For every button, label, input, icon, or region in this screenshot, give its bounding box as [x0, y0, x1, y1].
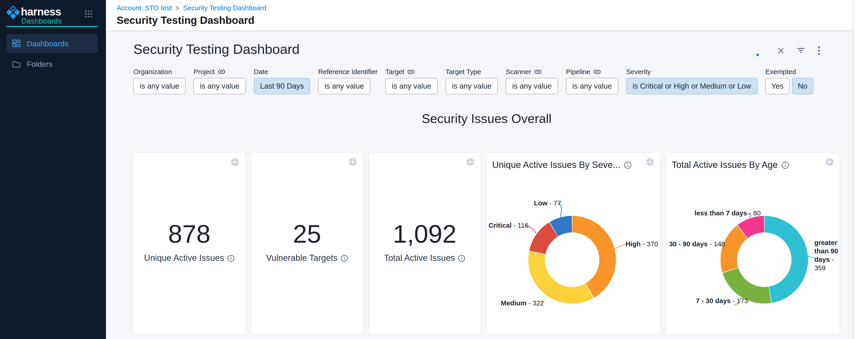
filter-severity-value[interactable]: is Critical or High or Medium or Low [626, 78, 757, 94]
filter-reference-identifier: Reference Identifier is any value [318, 67, 377, 94]
stat-label: Vulnerable Targets [266, 253, 338, 263]
globe-icon[interactable] [349, 158, 357, 166]
stat-value: 25 [251, 219, 363, 249]
filter-date: Date Last 90 Days [254, 67, 310, 94]
exempted-yes-button[interactable]: Yes [766, 78, 789, 94]
dashboards-tiles-icon [12, 39, 21, 48]
pie-label-30-90-days: 30 - 90 days - 146 [669, 240, 725, 248]
tile-unique-active-issues: 878 Unique Active Issues [133, 153, 245, 335]
filter-icon[interactable] [797, 48, 805, 54]
pointer-dot [756, 54, 759, 56]
tile-total-active-issues-by-age: Total Active Issues By Age [666, 153, 840, 335]
filter-target-type-value[interactable]: is any value [445, 78, 498, 94]
filter-label: Exempted [766, 68, 796, 76]
pie-label-7-30-days: 7 - 30 days - 173 [696, 296, 748, 305]
sidebar-item-folders[interactable]: Folders [6, 55, 98, 74]
section-title: Security Issues Overall [133, 111, 840, 126]
sidebar-item-label: Dashboards [27, 39, 68, 48]
filter-date-value[interactable]: Last 90 Days [254, 78, 310, 94]
brand-area: harness Dashboards [0, 0, 106, 26]
filter-label: Reference Identifier [318, 68, 377, 76]
tile-unique-active-issues-by-severity: Unique Active Issues By Seve... [487, 153, 660, 335]
filter-pipeline-value[interactable]: is any value [566, 78, 618, 94]
vertical-scrollbar[interactable] [853, 0, 868, 339]
filter-label: Target [385, 68, 404, 76]
filter-label: Scanner [506, 68, 531, 76]
filter-reference-identifier-value[interactable]: is any value [318, 78, 370, 94]
connector-high [615, 244, 626, 249]
filter-label: Date [254, 68, 268, 76]
stat-value: 1,092 [369, 219, 480, 249]
filter-label: Target Type [445, 68, 481, 76]
harness-logo-icon[interactable] [6, 5, 21, 20]
exempted-no-button[interactable]: No [792, 78, 813, 94]
globe-icon[interactable] [466, 158, 474, 166]
filter-target: Target is any value [385, 67, 438, 94]
info-icon[interactable] [624, 161, 631, 169]
donut-slice-greater-than-90-days[interactable] [765, 216, 808, 303]
pie-label-low: Low - 77 [534, 199, 561, 207]
pie-label-high: High - 370 [625, 240, 658, 248]
folder-icon [12, 60, 21, 68]
filter-label: Pipeline [566, 68, 590, 76]
donut-slice-medium[interactable] [528, 251, 593, 304]
chevron-right-icon [175, 5, 180, 11]
filter-label: Severity [626, 68, 651, 76]
sidebar-item-dashboards[interactable]: Dashboards [6, 34, 98, 53]
dashboard-toolbar [778, 46, 820, 55]
page-title: Security Testing Dashboard [117, 14, 853, 26]
link-icon[interactable] [534, 69, 541, 74]
stat-value: 878 [134, 219, 245, 249]
pie-label-greater-than-90-days: greater than 90 days - 359 [814, 238, 844, 272]
link-icon[interactable] [593, 69, 601, 74]
filter-project-value[interactable]: is any value [193, 78, 246, 94]
filter-project: Project is any value [193, 67, 246, 94]
info-icon[interactable] [781, 161, 789, 169]
brand-wordmark: harness [21, 5, 61, 18]
stat-label: Total Active Issues [384, 253, 455, 263]
filter-label: Organization [133, 68, 172, 76]
pie-label-critical: Critical - 116 [489, 221, 528, 229]
info-icon[interactable] [458, 255, 465, 262]
pie-label-less-than-7-days: less than 7 days - 80 [694, 209, 761, 217]
dashboard-title: Security Testing Dashboard [133, 41, 840, 57]
filter-scanner-value[interactable]: is any value [506, 78, 558, 94]
pie-label-medium: Medium - 322 [501, 299, 544, 307]
donut-chart-age: less than 7 days - 80 30 - 90 days - 146… [666, 196, 840, 323]
apps-grid-icon[interactable] [85, 10, 92, 18]
tile-total-active-issues: 1,092 Total Active Issues [369, 153, 481, 335]
globe-icon[interactable] [646, 158, 654, 166]
close-icon[interactable] [778, 48, 784, 54]
dashboard-content: Security Testing Dashboard [106, 32, 853, 339]
donut-slices[interactable] [528, 216, 616, 304]
breadcrumb: Account: STO test Security Testing Dashb… [117, 4, 853, 12]
sidebar-divider [6, 26, 98, 27]
sidebar-item-label: Folders [27, 60, 53, 68]
breadcrumb-account-link[interactable]: Account: STO test [117, 4, 172, 12]
info-icon[interactable] [227, 255, 235, 262]
filter-target-type: Target Type is any value [445, 67, 498, 94]
link-icon[interactable] [407, 69, 415, 74]
globe-icon[interactable] [826, 158, 834, 166]
sidebar-nav: Dashboards Folders [0, 34, 106, 74]
kebab-menu-icon[interactable] [818, 46, 820, 55]
filter-organization: Organization is any value [133, 67, 186, 94]
globe-icon[interactable] [231, 158, 239, 166]
breadcrumb-page-link[interactable]: Security Testing Dashboard [183, 4, 266, 12]
connector-greater-than-90-days [808, 256, 815, 258]
donut-slices[interactable] [720, 216, 808, 304]
filter-target-value[interactable]: is any value [385, 78, 438, 94]
chart-title: Unique Active Issues By Seve... [492, 160, 620, 170]
filter-organization-value[interactable]: is any value [133, 78, 186, 94]
link-icon[interactable] [218, 69, 225, 74]
filter-pipeline: Pipeline is any value [566, 67, 618, 94]
filter-bar: Organization is any value Project is any… [133, 67, 840, 94]
tile-vulnerable-targets: 25 Vulnerable Targets [251, 153, 363, 335]
chart-title: Total Active Issues By Age [672, 160, 778, 170]
filter-scanner: Scanner is any value [506, 67, 558, 94]
product-name: Dashboards [21, 17, 62, 25]
info-icon[interactable] [341, 255, 348, 262]
harness-dashboard-app: harness Dashboards [0, 0, 868, 339]
top-header: Account: STO test Security Testing Dashb… [106, 0, 853, 31]
donut-slice-high[interactable] [572, 216, 616, 298]
